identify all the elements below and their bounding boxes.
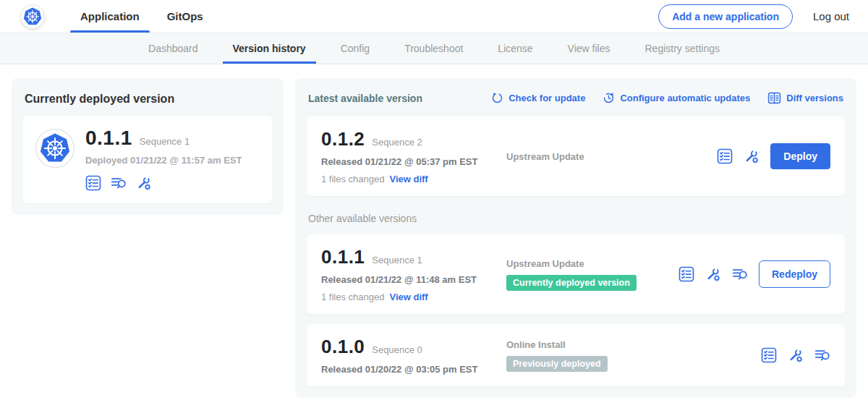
diff-versions-label: Diff versions	[786, 93, 843, 103]
redeploy-button[interactable]: Redeploy	[759, 260, 830, 288]
version-source-label: Upstream Update	[506, 258, 671, 269]
app-subnav: Dashboard Version history Config Trouble…	[0, 33, 868, 64]
currently-deployed-card: Currently deployed version 0.1.1 Sequenc…	[12, 78, 284, 215]
subnav-version-history[interactable]: Version history	[224, 33, 315, 64]
subnav-troubleshoot[interactable]: Troubleshoot	[396, 33, 472, 64]
files-changed-label: 1 files changed	[321, 174, 384, 184]
edit-config-icon[interactable]	[788, 347, 804, 363]
refresh-icon	[491, 92, 503, 104]
configure-automatic-updates-link[interactable]: Configure automatic updates	[603, 92, 750, 104]
version-row-0-1-0: 0.1.0 Sequence 0 Released 01/20/22 @ 03:…	[307, 324, 845, 386]
subnav-license[interactable]: License	[489, 33, 541, 64]
preflight-checks-icon[interactable]	[85, 175, 101, 191]
version-source-label: Online Install	[506, 339, 754, 350]
subnav-dashboard[interactable]: Dashboard	[140, 33, 207, 64]
subnav-registry-settings[interactable]: Registry settings	[637, 33, 728, 64]
diff-versions-link[interactable]: Diff versions	[767, 91, 843, 105]
latest-available-title: Latest available version	[308, 93, 422, 104]
schedule-update-icon	[603, 92, 615, 104]
version-row-0-1-2: 0.1.2 Sequence 2 Released 01/21/22 @ 05:…	[307, 116, 845, 196]
currently-deployed-title: Currently deployed version	[25, 93, 271, 106]
top-header: Application GitOps Add a new application…	[0, 0, 868, 33]
configure-updates-label: Configure automatic updates	[620, 93, 750, 103]
release-timestamp: Released 01/21/22 @ 05:37 pm EST	[321, 156, 506, 167]
version-history-panel: Latest available version Check for updat…	[295, 78, 856, 398]
preflight-checks-icon[interactable]	[717, 148, 733, 164]
version-number: 0.1.1	[321, 246, 365, 268]
view-diff-link[interactable]: View diff	[389, 292, 427, 302]
version-number: 0.1.2	[321, 128, 365, 150]
view-logs-icon[interactable]	[111, 175, 127, 191]
app-tabs: Application GitOps	[67, 0, 217, 33]
view-logs-icon[interactable]	[732, 266, 748, 282]
deployed-sequence: Sequence 1	[140, 136, 190, 147]
edit-config-icon[interactable]	[744, 148, 760, 164]
view-diff-link[interactable]: View diff	[389, 174, 427, 184]
version-number: 0.1.0	[321, 336, 365, 358]
tab-application-label: Application	[80, 10, 140, 22]
preflight-checks-icon[interactable]	[678, 266, 694, 282]
deployed-version-number: 0.1.1	[85, 127, 132, 150]
version-source-label: Upstream Update	[506, 151, 710, 162]
version-row-0-1-1: 0.1.1 Sequence 1 Released 01/21/22 @ 11:…	[307, 234, 845, 314]
edit-config-icon[interactable]	[705, 266, 721, 282]
previously-deployed-badge: Previously deployed	[506, 356, 608, 372]
other-versions-title: Other available versions	[308, 213, 843, 224]
logout-button[interactable]: Log out	[813, 10, 849, 22]
check-for-update-label: Check for update	[509, 93, 585, 103]
version-sequence: Sequence 2	[372, 137, 422, 148]
release-timestamp: Released 01/21/22 @ 11:48 am EST	[321, 274, 506, 285]
main-content: Currently deployed version 0.1.1 Sequenc…	[0, 64, 868, 408]
deployed-timestamp: Deployed 01/21/22 @ 11:57 am EST	[85, 155, 242, 166]
view-logs-icon[interactable]	[814, 347, 830, 363]
app-kubernetes-icon	[35, 128, 75, 169]
kubernetes-logo-icon	[20, 4, 45, 29]
subnav-config[interactable]: Config	[332, 33, 378, 64]
add-application-button[interactable]: Add a new application	[658, 4, 793, 29]
version-sequence: Sequence 0	[372, 344, 422, 355]
diff-versions-icon	[767, 91, 781, 105]
edit-config-icon[interactable]	[136, 175, 152, 191]
currently-deployed-badge: Currently deployed version	[506, 275, 637, 291]
subnav-view-files[interactable]: View files	[559, 33, 619, 64]
deployed-version-card: 0.1.1 Sequence 1 Deployed 01/21/22 @ 11:…	[23, 116, 272, 203]
deploy-button[interactable]: Deploy	[770, 143, 830, 169]
deployed-info: 0.1.1 Sequence 1 Deployed 01/21/22 @ 11:…	[85, 127, 242, 191]
tab-application[interactable]: Application	[70, 0, 150, 33]
release-timestamp: Released 01/20/22 @ 03:05 pm EST	[321, 364, 506, 375]
preflight-checks-icon[interactable]	[761, 347, 777, 363]
tab-gitops[interactable]: GitOps	[157, 0, 213, 33]
check-for-update-link[interactable]: Check for update	[491, 92, 585, 104]
tab-gitops-label: GitOps	[167, 10, 203, 22]
version-sequence: Sequence 1	[372, 255, 422, 265]
files-changed-label: 1 files changed	[321, 292, 384, 302]
